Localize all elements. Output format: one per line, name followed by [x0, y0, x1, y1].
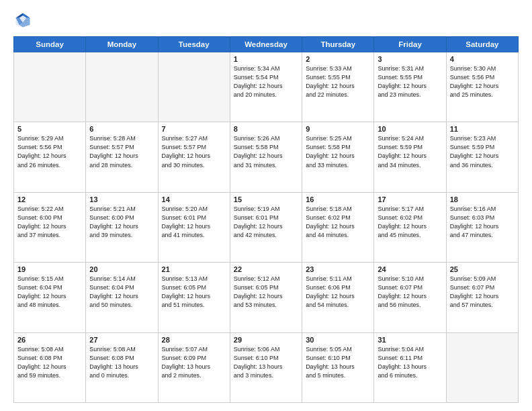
day-number: 30 [306, 336, 370, 344]
day-number: 12 [17, 195, 82, 203]
calendar-cell: 16Sunrise: 5:18 AM Sunset: 6:02 PM Dayli… [302, 192, 374, 262]
calendar-cell: 11Sunrise: 5:23 AM Sunset: 5:59 PM Dayli… [446, 122, 518, 192]
day-info: Sunrise: 5:17 AM Sunset: 6:02 PM Dayligh… [378, 205, 442, 240]
day-number: 1 [234, 55, 298, 63]
weekday-header: Saturday [446, 37, 518, 52]
day-info: Sunrise: 5:04 AM Sunset: 6:11 PM Dayligh… [378, 345, 442, 380]
day-info: Sunrise: 5:12 AM Sunset: 6:05 PM Dayligh… [234, 275, 298, 310]
calendar-cell: 9Sunrise: 5:25 AM Sunset: 5:58 PM Daylig… [302, 122, 374, 192]
day-info: Sunrise: 5:18 AM Sunset: 6:02 PM Dayligh… [306, 205, 370, 240]
day-number: 14 [162, 195, 226, 203]
day-number: 10 [378, 125, 442, 133]
calendar-cell: 18Sunrise: 5:16 AM Sunset: 6:03 PM Dayli… [446, 192, 518, 262]
day-info: Sunrise: 5:09 AM Sunset: 6:07 PM Dayligh… [450, 275, 515, 310]
day-number: 25 [450, 265, 515, 273]
weekday-header: Wednesday [230, 37, 302, 52]
calendar-cell: 29Sunrise: 5:06 AM Sunset: 6:10 PM Dayli… [230, 332, 302, 402]
day-info: Sunrise: 5:08 AM Sunset: 6:08 PM Dayligh… [89, 345, 154, 380]
day-number: 29 [234, 336, 298, 344]
day-number: 23 [306, 265, 370, 273]
calendar-week-row: 5Sunrise: 5:29 AM Sunset: 5:56 PM Daylig… [14, 122, 519, 192]
calendar-week-row: 19Sunrise: 5:15 AM Sunset: 6:04 PM Dayli… [14, 263, 519, 332]
calendar-cell [86, 52, 158, 122]
calendar-week-row: 1Sunrise: 5:34 AM Sunset: 5:54 PM Daylig… [14, 52, 519, 122]
weekday-row: SundayMondayTuesdayWednesdayThursdayFrid… [14, 37, 519, 52]
calendar-cell: 13Sunrise: 5:21 AM Sunset: 6:00 PM Dayli… [86, 192, 158, 262]
day-info: Sunrise: 5:22 AM Sunset: 6:00 PM Dayligh… [17, 205, 82, 240]
calendar-cell: 19Sunrise: 5:15 AM Sunset: 6:04 PM Dayli… [14, 263, 86, 332]
calendar-cell: 27Sunrise: 5:08 AM Sunset: 6:08 PM Dayli… [86, 332, 158, 402]
day-info: Sunrise: 5:14 AM Sunset: 6:04 PM Dayligh… [89, 275, 154, 310]
calendar-cell: 31Sunrise: 5:04 AM Sunset: 6:11 PM Dayli… [374, 332, 446, 402]
day-number: 4 [450, 55, 515, 63]
calendar-cell: 26Sunrise: 5:08 AM Sunset: 6:08 PM Dayli… [14, 332, 86, 402]
calendar-cell: 23Sunrise: 5:11 AM Sunset: 6:06 PM Dayli… [302, 263, 374, 332]
day-info: Sunrise: 5:20 AM Sunset: 6:01 PM Dayligh… [162, 205, 226, 240]
day-info: Sunrise: 5:16 AM Sunset: 6:03 PM Dayligh… [450, 205, 515, 240]
day-number: 16 [306, 195, 370, 203]
calendar-cell: 17Sunrise: 5:17 AM Sunset: 6:02 PM Dayli… [374, 192, 446, 262]
calendar-cell [14, 52, 86, 122]
weekday-header: Friday [374, 37, 446, 52]
calendar-cell [158, 52, 230, 122]
day-number: 19 [17, 265, 82, 273]
day-number: 28 [162, 336, 226, 344]
logo-icon [13, 11, 32, 30]
calendar-cell: 30Sunrise: 5:05 AM Sunset: 6:10 PM Dayli… [302, 332, 374, 402]
day-number: 6 [89, 125, 154, 133]
day-number: 22 [234, 265, 298, 273]
day-info: Sunrise: 5:15 AM Sunset: 6:04 PM Dayligh… [17, 275, 82, 310]
day-info: Sunrise: 5:25 AM Sunset: 5:58 PM Dayligh… [306, 134, 370, 169]
day-info: Sunrise: 5:34 AM Sunset: 5:54 PM Dayligh… [234, 64, 298, 99]
calendar-cell: 14Sunrise: 5:20 AM Sunset: 6:01 PM Dayli… [158, 192, 230, 262]
day-info: Sunrise: 5:06 AM Sunset: 6:10 PM Dayligh… [234, 345, 298, 380]
day-number: 24 [378, 265, 442, 273]
day-info: Sunrise: 5:27 AM Sunset: 5:57 PM Dayligh… [162, 134, 226, 169]
weekday-header: Tuesday [158, 37, 230, 52]
calendar-cell: 22Sunrise: 5:12 AM Sunset: 6:05 PM Dayli… [230, 263, 302, 332]
day-info: Sunrise: 5:23 AM Sunset: 5:59 PM Dayligh… [450, 134, 515, 169]
day-info: Sunrise: 5:24 AM Sunset: 5:59 PM Dayligh… [378, 134, 442, 169]
calendar-cell: 25Sunrise: 5:09 AM Sunset: 6:07 PM Dayli… [446, 263, 518, 332]
day-number: 7 [162, 125, 226, 133]
day-info: Sunrise: 5:30 AM Sunset: 5:56 PM Dayligh… [450, 64, 515, 99]
day-info: Sunrise: 5:13 AM Sunset: 6:05 PM Dayligh… [162, 275, 226, 310]
day-number: 21 [162, 265, 226, 273]
calendar-header: SundayMondayTuesdayWednesdayThursdayFrid… [14, 37, 519, 52]
day-number: 15 [234, 195, 298, 203]
day-info: Sunrise: 5:05 AM Sunset: 6:10 PM Dayligh… [306, 345, 370, 380]
calendar-cell: 3Sunrise: 5:31 AM Sunset: 5:55 PM Daylig… [374, 52, 446, 122]
day-number: 5 [17, 125, 82, 133]
header [13, 11, 519, 30]
day-info: Sunrise: 5:29 AM Sunset: 5:56 PM Dayligh… [17, 134, 82, 169]
day-info: Sunrise: 5:07 AM Sunset: 6:09 PM Dayligh… [162, 345, 226, 380]
calendar-cell: 2Sunrise: 5:33 AM Sunset: 5:55 PM Daylig… [302, 52, 374, 122]
day-info: Sunrise: 5:19 AM Sunset: 6:01 PM Dayligh… [234, 205, 298, 240]
day-number: 2 [306, 55, 370, 63]
day-number: 17 [378, 195, 442, 203]
calendar-cell: 20Sunrise: 5:14 AM Sunset: 6:04 PM Dayli… [86, 263, 158, 332]
day-number: 27 [89, 336, 154, 344]
logo [13, 11, 35, 30]
page: SundayMondayTuesdayWednesdayThursdayFrid… [0, 0, 532, 411]
day-number: 26 [17, 336, 82, 344]
calendar-cell: 8Sunrise: 5:26 AM Sunset: 5:58 PM Daylig… [230, 122, 302, 192]
day-number: 20 [89, 265, 154, 273]
day-number: 8 [234, 125, 298, 133]
calendar-cell: 21Sunrise: 5:13 AM Sunset: 6:05 PM Dayli… [158, 263, 230, 332]
calendar-cell: 10Sunrise: 5:24 AM Sunset: 5:59 PM Dayli… [374, 122, 446, 192]
weekday-header: Thursday [302, 37, 374, 52]
weekday-header: Sunday [14, 37, 86, 52]
day-info: Sunrise: 5:28 AM Sunset: 5:57 PM Dayligh… [89, 134, 154, 169]
day-info: Sunrise: 5:08 AM Sunset: 6:08 PM Dayligh… [17, 345, 82, 380]
calendar-week-row: 26Sunrise: 5:08 AM Sunset: 6:08 PM Dayli… [14, 332, 519, 402]
calendar-cell [446, 332, 518, 402]
calendar-body: 1Sunrise: 5:34 AM Sunset: 5:54 PM Daylig… [14, 52, 519, 403]
day-info: Sunrise: 5:21 AM Sunset: 6:00 PM Dayligh… [89, 205, 154, 240]
day-number: 11 [450, 125, 515, 133]
day-info: Sunrise: 5:11 AM Sunset: 6:06 PM Dayligh… [306, 275, 370, 310]
day-info: Sunrise: 5:26 AM Sunset: 5:58 PM Dayligh… [234, 134, 298, 169]
calendar-cell: 7Sunrise: 5:27 AM Sunset: 5:57 PM Daylig… [158, 122, 230, 192]
day-number: 18 [450, 195, 515, 203]
calendar-cell: 12Sunrise: 5:22 AM Sunset: 6:00 PM Dayli… [14, 192, 86, 262]
